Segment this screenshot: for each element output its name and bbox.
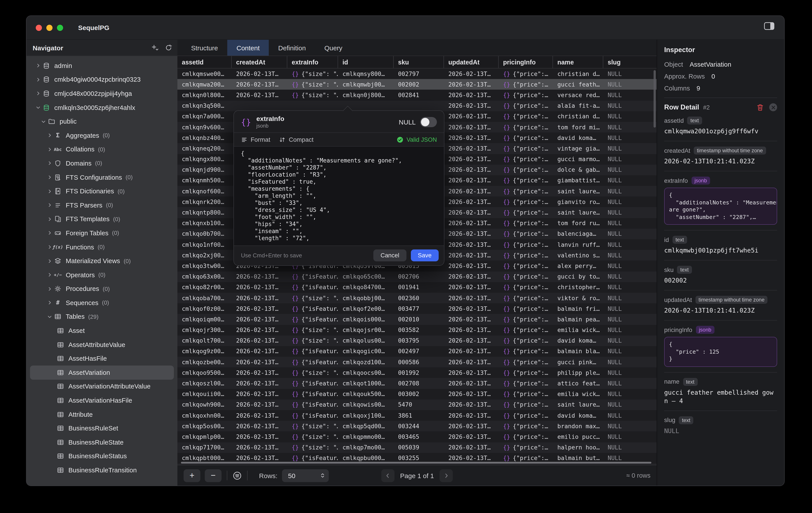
- cell-pricinginfo[interactable]: {}{"price":…: [499, 197, 553, 207]
- cell-id[interactable]: cmlkqmwbj00…: [338, 79, 394, 90]
- cell-extrainfo[interactable]: {}{"isFeatur…: [287, 303, 338, 314]
- cell-updatedat[interactable]: 2026-02-13T…: [444, 261, 499, 271]
- table-row[interactable]: cmlkqn3q500…2026-02-13T…{}{"price":…alaï…: [177, 101, 657, 111]
- cell-extrainfo[interactable]: {}{"size": "…: [287, 421, 338, 431]
- cell-pricinginfo[interactable]: {}{"price":…: [499, 346, 553, 357]
- cell-updatedat[interactable]: 2026-02-13T…: [444, 314, 499, 325]
- field-json-preview[interactable]: { "price" : 125 }: [664, 337, 777, 367]
- cell-sku[interactable]: 005039: [394, 442, 444, 453]
- cell-assetid[interactable]: cmlkqnxb100…: [177, 218, 232, 228]
- cell-sku[interactable]: 002797: [394, 68, 444, 79]
- cell-pricinginfo[interactable]: {}{"price":…: [499, 303, 553, 314]
- cell-name[interactable]: gucci feath…: [553, 79, 603, 90]
- chevron-right-icon[interactable]: [46, 217, 53, 222]
- sidebar-item-collations[interactable]: AbcCollations(0): [30, 142, 174, 156]
- sidebar-item-operators[interactable]: +/−Operators(0): [30, 268, 174, 282]
- cell-extrainfo[interactable]: {}{"isFeatur…: [287, 400, 338, 410]
- cell-pricinginfo[interactable]: {}{"price":…: [499, 282, 553, 293]
- chevron-right-icon[interactable]: [46, 147, 53, 152]
- cell-assetid[interactable]: cmlkqowh900…: [177, 400, 232, 410]
- cell-extrainfo[interactable]: {}{"isFeatur…: [287, 314, 338, 325]
- chevron-right-icon[interactable]: [46, 245, 53, 250]
- cell-createdat[interactable]: 2026-02-13T…: [232, 90, 287, 101]
- table-row[interactable]: cmlkqozbe00…2026-02-13T…{}{"isFeatur…cml…: [177, 357, 657, 367]
- column-header-slug[interactable]: slug: [603, 56, 657, 68]
- sidebar-item-businessruletransition[interactable]: BusinessRuleTransition: [30, 463, 174, 477]
- cell-assetid[interactable]: cmlkqo63x00…: [177, 271, 232, 282]
- table-row[interactable]: cmlkqn0l800…2026-02-13T…{}{"size": "…cml…: [177, 90, 657, 101]
- cell-sku[interactable]: 5470: [394, 400, 444, 410]
- toggle-inspector-button[interactable]: [764, 22, 775, 30]
- cell-pricinginfo[interactable]: {}{"price":…: [499, 293, 553, 303]
- cell-pricinginfo[interactable]: {}{"price":…: [499, 229, 553, 239]
- cell-extrainfo[interactable]: {}{"isFeatur…: [287, 389, 338, 399]
- cell-assetid[interactable]: cmlkqo82r00…: [177, 282, 232, 293]
- cell-pricinginfo[interactable]: {}{"price":…: [499, 79, 553, 90]
- sidebar-item-cmkb40giw0004zpcbrinq0323[interactable]: cmkb40giw0004zpcbrinq0323: [30, 73, 174, 87]
- cell-assetid[interactable]: cmlkqmwa200…: [177, 79, 232, 90]
- cell-id[interactable]: cmlkqogic00…: [338, 346, 394, 357]
- cell-id[interactable]: cmlkqolus00…: [338, 335, 394, 346]
- cell-updatedat[interactable]: 2026-02-13T…: [444, 271, 499, 282]
- cell-id[interactable]: cmlkqojsr00…: [338, 325, 394, 335]
- table-row[interactable]: cmlkqoiqm00…2026-02-13T…{}{"isFeatur…cml…: [177, 314, 657, 325]
- cell-updatedat[interactable]: 2026-02-13T…: [444, 101, 499, 111]
- cell-updatedat[interactable]: 2026-02-13T…: [444, 186, 499, 196]
- cell-name[interactable]: gucci pink…: [553, 357, 603, 367]
- sidebar-item-fts-configurations[interactable]: FTS Configurations(0): [30, 170, 174, 184]
- cell-sku[interactable]: 000586: [394, 357, 444, 367]
- cell-pricinginfo[interactable]: {}{"price":…: [499, 431, 553, 442]
- table-row[interactable]: cmlkqoo9500…2026-02-13T…{}{"size": "…cml…: [177, 368, 657, 378]
- cell-createdat[interactable]: 2026-02-13T…: [232, 303, 287, 314]
- cell-pricinginfo[interactable]: {}{"price":…: [499, 90, 553, 101]
- sidebar-item-materialized-views[interactable]: Materialized Views(0): [30, 254, 174, 268]
- cell-name[interactable]: balenciaga…: [553, 229, 603, 239]
- sidebar-item-domains[interactable]: Domains(0): [30, 156, 174, 170]
- cell-sku[interactable]: 002002: [394, 79, 444, 90]
- cell-id[interactable]: cmlkqoxj100…: [338, 410, 394, 421]
- cell-assetid[interactable]: cmlkqoszl00…: [177, 378, 232, 389]
- cell-name[interactable]: saint laure…: [553, 186, 603, 196]
- column-header-id[interactable]: id: [338, 56, 394, 68]
- cell-name[interactable]: attico feat…: [553, 378, 603, 389]
- sidebar-item-businessrulestate[interactable]: BusinessRuleState: [30, 435, 174, 449]
- cell-assetid[interactable]: cmlkqog9z00…: [177, 346, 232, 357]
- chevron-right-icon[interactable]: [46, 133, 53, 138]
- cell-createdat[interactable]: 2026-02-13T…: [232, 325, 287, 335]
- cell-name[interactable]: philipp ple…: [553, 368, 603, 378]
- sidebar-item-assetattributevalue[interactable]: AssetAttributeValue: [30, 338, 174, 352]
- sidebar-item-cmljcd48x0002zpjpiij4yhga[interactable]: cmljcd48x0002zpjpiij4yhga: [30, 87, 174, 101]
- cell-sku[interactable]: 003002: [394, 389, 444, 399]
- cell-pricinginfo[interactable]: {}{"price":…: [499, 357, 553, 367]
- cell-extrainfo[interactable]: {}{"isFeatur…: [287, 357, 338, 367]
- cell-assetid[interactable]: cmlkqp71700…: [177, 442, 232, 453]
- cell-slug[interactable]: NULL: [603, 368, 657, 378]
- tab-definition[interactable]: Definition: [269, 40, 315, 56]
- cell-slug[interactable]: NULL: [603, 133, 657, 143]
- add-row-button[interactable]: +: [183, 469, 200, 482]
- cell-name[interactable]: valentino s…: [553, 250, 603, 260]
- delete-row-button[interactable]: −: [205, 469, 222, 482]
- cell-updatedat[interactable]: 2026-02-13T…: [444, 431, 499, 442]
- cell-name[interactable]: christopher…: [553, 282, 603, 293]
- table-row[interactable]: cmlkqo63x00…2026-02-13T…{}{"isFeatur…cml…: [177, 271, 657, 282]
- cell-updatedat[interactable]: 2026-02-13T…: [444, 122, 499, 133]
- cell-name[interactable]: david koma…: [553, 133, 603, 143]
- chevron-down-icon[interactable]: [40, 119, 47, 124]
- cell-assetid[interactable]: cmlkqo2xj00…: [177, 250, 232, 260]
- cell-createdat[interactable]: 2026-02-13T…: [232, 368, 287, 378]
- table-row[interactable]: cmlkqolt700…2026-02-13T…{}{"size": "…cml…: [177, 335, 657, 346]
- cell-pricinginfo[interactable]: {}{"price":…: [499, 239, 553, 250]
- cell-sku[interactable]: 001992: [394, 368, 444, 378]
- cell-name[interactable]: gucci marmo…: [553, 154, 603, 165]
- cell-slug[interactable]: NULL: [603, 314, 657, 325]
- cell-id[interactable]: cmlkqo65c00…: [338, 271, 394, 282]
- cell-name[interactable]: emilio pucc…: [553, 431, 603, 442]
- chevron-right-icon[interactable]: [46, 258, 53, 263]
- cell-pricinginfo[interactable]: {}{"price":…: [499, 389, 553, 399]
- cell-updatedat[interactable]: 2026-02-13T…: [444, 346, 499, 357]
- cell-assetid[interactable]: cmlkqn9v600…: [177, 122, 232, 133]
- cell-name[interactable]: alex perry…: [553, 261, 603, 271]
- cell-createdat[interactable]: 2026-02-13T…: [232, 389, 287, 399]
- cell-slug[interactable]: NULL: [603, 335, 657, 346]
